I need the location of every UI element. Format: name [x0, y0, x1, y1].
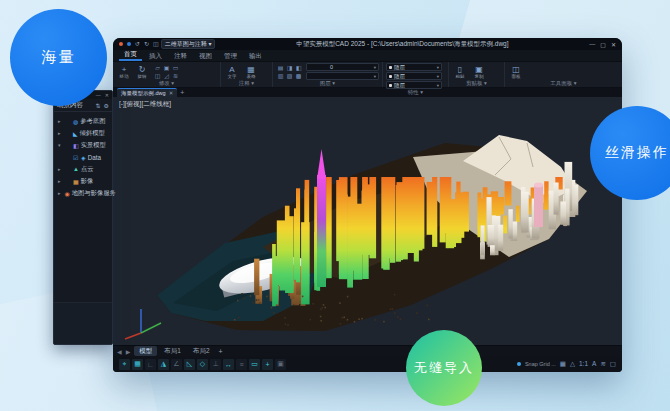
palette-close-icon[interactable]: ✕ — [105, 92, 109, 98]
status-toggle-icon[interactable]: ∠ — [171, 359, 182, 370]
layer-state-select[interactable]: ▾ — [306, 72, 379, 80]
redo-icon[interactable]: ↻ — [144, 38, 149, 50]
layer-tool-icon[interactable]: ▩ — [294, 72, 303, 80]
ribbon-button[interactable]: A 文字 — [224, 65, 240, 79]
status-tool-icon[interactable]: ≋ — [600, 360, 605, 368]
group-label[interactable]: 特性 ▾ — [386, 89, 445, 96]
layout-tab[interactable]: 模型 — [134, 346, 157, 356]
bylayer-select[interactable]: 随层 ▾ — [386, 63, 442, 71]
status-toggle-icon[interactable]: ◮ — [158, 359, 169, 370]
close-button[interactable]: ✕ — [611, 41, 616, 48]
ribbon-button[interactable]: ◫ 面板 — [508, 65, 524, 79]
layer-select[interactable]: 0 ▾ — [306, 63, 379, 71]
group-label[interactable]: 剪贴板 ▾ — [452, 80, 501, 87]
layout-tab[interactable]: 布局1 — [159, 346, 186, 356]
tree-item[interactable]: ▸ ◉ 地图与影像服务 — [56, 187, 110, 199]
status-toggle-icon[interactable]: ≡ — [236, 359, 247, 370]
expand-arrow-icon[interactable]: ▸ — [58, 178, 63, 184]
status-tool-icon[interactable]: A — [592, 360, 596, 368]
modify-tool-icon[interactable]: ≋ — [171, 72, 180, 80]
status-toggle-icon[interactable]: ∟ — [145, 359, 156, 370]
expand-arrow-icon[interactable]: ▾ — [58, 142, 63, 148]
minimize-button[interactable]: — — [589, 41, 595, 48]
tree-item[interactable]: ▸ ◣ 倾斜模型 — [56, 127, 110, 139]
save-icon[interactable]: ◫ — [153, 38, 159, 50]
status-toggle-icon[interactable]: ◇ — [197, 359, 208, 370]
tree-item[interactable]: ▾ ◧ 实景模型 — [56, 139, 110, 151]
ribbon-tab[interactable]: 输出 — [244, 51, 267, 61]
ribbon-tab[interactable]: 注释 — [169, 51, 192, 61]
group-label[interactable]: 工具面板 ▾ — [508, 80, 619, 87]
ribbon-tab[interactable]: 插入 — [144, 51, 167, 61]
status-tool-icon[interactable]: △ — [570, 360, 575, 368]
tree-item[interactable]: ☑ ◈ Data — [56, 151, 110, 163]
status-toggle-icon[interactable]: ⊥ — [210, 359, 221, 370]
status-toggle-icon[interactable]: ▭ — [249, 359, 260, 370]
ribbon-button[interactable]: ↻ 旋转 — [134, 65, 150, 79]
tree-item[interactable]: ▸ ▦ 影像 — [56, 175, 110, 187]
tool-icon: ↻ — [139, 65, 146, 74]
document-tab-bar: 海量模型示例.dwg ✕ + — [113, 88, 622, 97]
ribbon-button[interactable]: ▯ 粘贴 — [452, 65, 468, 79]
ribbon-button[interactable]: + 移动 — [116, 65, 132, 79]
group-label[interactable]: 修改 ▾ — [116, 80, 217, 87]
layer-color-chip — [309, 65, 313, 69]
sort-icon[interactable]: ⇅ — [96, 102, 101, 109]
visibility-checkbox[interactable]: ☑ — [73, 154, 79, 161]
status-toggle-icon[interactable]: ◺ — [184, 359, 195, 370]
status-toggle-icon[interactable]: ▣ — [275, 359, 286, 370]
expand-arrow-icon[interactable]: ▸ — [58, 118, 63, 124]
close-tab-icon[interactable]: ✕ — [169, 89, 174, 97]
status-toggle-icon[interactable]: ▦ — [132, 359, 143, 370]
layer-tool-icon[interactable]: ▥ — [276, 72, 285, 80]
bylayer-select[interactable]: 随层 ▾ — [386, 72, 442, 80]
ribbon-button[interactable]: ▣ 复制 — [471, 65, 487, 79]
group-label[interactable]: 图层 ▾ — [276, 80, 379, 87]
palette-minimize-icon[interactable]: — — [96, 92, 101, 98]
expand-arrow-icon[interactable]: ▸ — [58, 166, 63, 172]
status-toggle-icon[interactable]: ↔ — [223, 359, 234, 370]
add-layout-button[interactable]: + — [219, 348, 223, 355]
modify-tool-icon[interactable]: ▣ — [162, 64, 171, 72]
new-tab-button[interactable]: + — [180, 89, 184, 97]
tree-item[interactable]: ▸ ▲ 点云 — [56, 163, 110, 175]
modify-tool-icon[interactable]: ◿ — [162, 72, 171, 80]
viewport-controls[interactable]: [-][俯视][二维线框] — [119, 100, 171, 109]
status-toggle-icon[interactable]: ⌖ — [119, 359, 130, 370]
status-tool-icon[interactable]: 1:1 — [579, 360, 588, 368]
ucs-axis-icon — [119, 301, 167, 341]
maximize-button[interactable]: ▢ — [600, 41, 606, 48]
modify-tool-icon[interactable]: ▭ — [171, 64, 180, 72]
modify-tool-icon[interactable]: ◫ — [153, 72, 162, 80]
status-tool-icon[interactable]: ▢ — [610, 360, 616, 368]
layer-color-chip — [314, 65, 318, 69]
ribbon-tab[interactable]: 首页 — [119, 49, 142, 61]
status-tool-icon[interactable]: ▦ — [560, 360, 566, 368]
gear-icon[interactable]: ⚙ — [104, 102, 109, 109]
layer-tool-icon[interactable]: ▤ — [276, 64, 285, 72]
ribbon-group-annotate: A 文字 ▦ 表格 注释 ▾ — [221, 62, 273, 87]
layout-tab[interactable]: 布局2 — [188, 346, 215, 356]
ribbon-tab[interactable]: 视图 — [194, 51, 217, 61]
workspace-switcher[interactable]: 二维草图与注释 ▾ — [161, 39, 216, 49]
layer-tool-icon[interactable]: ▨ — [285, 72, 294, 80]
next-layout-icon[interactable]: ▶ — [126, 348, 131, 355]
modify-tool-icon[interactable]: ▱ — [153, 64, 162, 72]
bylayer-select[interactable]: 随层 ▾ — [386, 81, 442, 89]
ribbon-tab[interactable]: 管理 — [219, 51, 242, 61]
tool-icon: A — [229, 65, 234, 74]
group-label[interactable]: 注释 ▾ — [224, 80, 269, 87]
ribbon-button[interactable]: ▦ 表格 — [243, 65, 259, 79]
layer-type-icon: ▦ — [73, 178, 79, 185]
layer-tool-icon[interactable]: ◨ — [285, 64, 294, 72]
document-tab[interactable]: 海量模型示例.dwg ✕ — [117, 88, 177, 97]
drawing-viewport[interactable]: [-][俯视][二维线框] — [113, 97, 622, 345]
prev-layout-icon[interactable]: ◀ — [117, 348, 122, 355]
expand-arrow-icon[interactable]: ▸ — [58, 190, 61, 196]
tree-item[interactable]: ▸ ◍ 参考底图 — [56, 115, 110, 127]
layer-tool-icon[interactable]: ◧ — [294, 64, 303, 72]
marketing-canvas: ↺ ↻ ◫ 二维草图与注释 ▾ 中望实景模型CAD 2025 - [C:\Use… — [0, 0, 670, 411]
expand-arrow-icon[interactable]: ▸ — [58, 130, 63, 136]
pink-tower — [534, 183, 543, 228]
status-toggle-icon[interactable]: + — [262, 359, 273, 370]
